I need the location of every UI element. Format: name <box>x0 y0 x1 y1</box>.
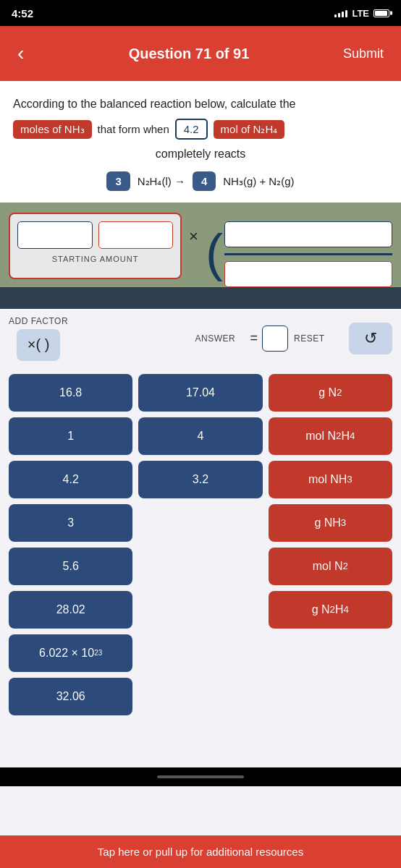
keypad-empty <box>138 634 262 672</box>
question-progress: Question 71 of 91 <box>41 46 337 62</box>
key-6-022---10--[interactable]: 6.022 × 1023 <box>9 634 132 672</box>
key-28-02[interactable]: 28.02 <box>9 591 132 629</box>
sa-input-left[interactable] <box>17 221 93 249</box>
multiply-sign: × <box>189 213 198 246</box>
key-4-2[interactable]: 4.2 <box>9 461 132 498</box>
status-icons: LTE <box>334 8 389 19</box>
reset-section: RESET ↺ <box>294 323 392 354</box>
reset-label: RESET <box>294 333 345 344</box>
bottom-bar[interactable]: Tap here or pull up for additional resou… <box>0 835 401 868</box>
answer-section: ANSWER = <box>195 326 288 352</box>
that-form-when: that form when <box>98 123 169 135</box>
add-factor-label: ADD FACTOR <box>9 316 68 326</box>
starting-amount-inputs <box>17 221 173 249</box>
n2h4-highlight: mol of N₂H₄ <box>214 120 285 139</box>
starting-amount-label: STARTING AMOUNT <box>17 255 173 263</box>
key-4[interactable]: 4 <box>138 417 262 455</box>
answer-label: ANSWER <box>195 333 245 344</box>
eq-reactant: N₂H₄(l) → <box>138 175 185 188</box>
value-42: 4.2 <box>175 119 208 140</box>
key-mol-N-[interactable]: mol N2 <box>269 548 392 585</box>
keypad-empty <box>269 634 392 672</box>
equals-sign: = <box>250 331 258 346</box>
header: ‹ Question 71 of 91 Submit <box>0 26 401 81</box>
signal-icon <box>334 9 347 17</box>
keypad-empty <box>138 678 262 715</box>
starting-amount-box: STARTING AMOUNT <box>9 213 182 279</box>
dark-separator <box>0 287 401 309</box>
time-display: 4:52 <box>12 7 33 20</box>
fraction-box <box>224 218 392 287</box>
keypad: 16.817.04g N214mol N2H44.23.2mol NH33g N… <box>0 368 401 724</box>
status-bar: 4:52 LTE <box>0 0 401 26</box>
question-line3: completely reacts <box>13 145 388 163</box>
equation-row: 3 N₂H₄(l) → 4 NH₃(g) + N₂(g) <box>13 171 388 191</box>
add-factor-button[interactable]: ×( ) <box>17 329 60 361</box>
coeff1-badge: 3 <box>106 171 130 191</box>
answer-box[interactable] <box>262 326 288 352</box>
key-mol-N-H-[interactable]: mol N2H4 <box>269 417 392 455</box>
fraction-line <box>224 253 392 255</box>
key-5-6[interactable]: 5.6 <box>9 548 132 585</box>
home-bar <box>157 775 244 778</box>
key-17-04[interactable]: 17.04 <box>138 374 262 412</box>
question-line2: moles of NH₃ that form when 4.2 mol of N… <box>13 119 388 140</box>
open-paren: ( <box>206 226 223 278</box>
fraction-denominator[interactable] <box>224 261 392 287</box>
controls-row: ADD FACTOR ×( ) ANSWER = RESET ↺ <box>0 309 401 368</box>
sa-input-right[interactable] <box>98 221 174 249</box>
submit-button[interactable]: Submit <box>337 41 389 67</box>
key-g-NH-[interactable]: g NH3 <box>269 504 392 542</box>
question-area: According to the balanced reaction below… <box>0 81 401 203</box>
bottom-bar-text: Tap here or pull up for additional resou… <box>98 846 303 858</box>
key-32-06[interactable]: 32.06 <box>9 678 132 715</box>
question-line1: According to the balanced reaction below… <box>13 95 388 113</box>
home-indicator <box>0 767 401 786</box>
fraction-wrapper: ( <box>206 213 392 287</box>
coeff2-badge: 4 <box>193 171 216 191</box>
key-g-N-[interactable]: g N2 <box>269 374 392 412</box>
key-g-N-H-[interactable]: g N2H4 <box>269 591 392 629</box>
keypad-empty <box>138 504 262 542</box>
battery-icon <box>373 9 389 17</box>
key-3-2[interactable]: 3.2 <box>138 461 262 498</box>
reset-button[interactable]: ↺ <box>349 323 392 354</box>
keypad-empty <box>138 548 262 585</box>
key-16-8[interactable]: 16.8 <box>9 374 132 412</box>
fraction-numerator[interactable] <box>224 221 392 247</box>
keypad-empty <box>269 678 392 715</box>
back-button[interactable]: ‹ <box>12 36 41 71</box>
key-3[interactable]: 3 <box>9 504 132 542</box>
key-1[interactable]: 1 <box>9 417 132 455</box>
nh3-highlight: moles of NH₃ <box>13 120 92 139</box>
key-mol-NH-[interactable]: mol NH3 <box>269 461 392 498</box>
keypad-empty <box>138 591 262 629</box>
add-factor-section: ADD FACTOR ×( ) <box>9 316 68 361</box>
eq-product: NH₃(g) + N₂(g) <box>223 175 294 188</box>
calc-display: STARTING AMOUNT × ( <box>0 203 401 287</box>
lte-label: LTE <box>352 8 369 19</box>
